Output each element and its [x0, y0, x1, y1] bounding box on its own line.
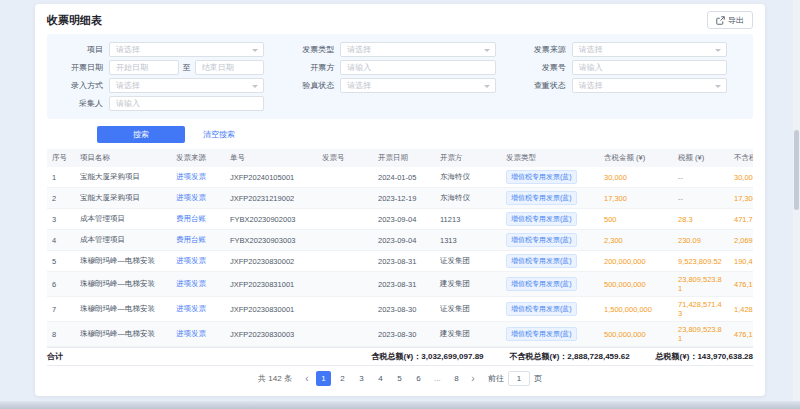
- page-button-6[interactable]: 6: [411, 371, 426, 386]
- invoice-source-link[interactable]: 进项发票: [176, 193, 206, 202]
- verify-status-select[interactable]: 请选择: [340, 78, 495, 93]
- invoice-type-select[interactable]: 请选择: [340, 42, 495, 57]
- invoice-number-cell: [317, 188, 373, 209]
- invoice-type-cell: 增值税专用发票(蓝): [501, 230, 599, 251]
- amount-without-tax-cell: 17,300: [729, 188, 753, 209]
- invoice-source-link[interactable]: 进项发票: [176, 279, 206, 288]
- search-button[interactable]: 搜索: [97, 126, 185, 143]
- end-date-input[interactable]: [195, 60, 265, 75]
- filter-row-3: 录入方式 请选择 验真状态 请选择 查重状态 请选择: [49, 78, 743, 93]
- chevron-down-icon: [484, 49, 490, 52]
- row-index-cell: 1: [47, 167, 75, 188]
- total-without-tax: 不含税总额(¥)：2,888,728,459.62: [510, 351, 630, 362]
- tax-amount-cell: 23,809,523.81: [673, 272, 729, 297]
- start-date-input[interactable]: [109, 60, 179, 75]
- table-row[interactable]: 7 珠穆朗玛峰—电梯安装 进项发票 JXFP20230830001 2023-0…: [47, 297, 753, 322]
- amount-without-tax-cell: 471.7: [729, 209, 753, 230]
- page-button-8[interactable]: 8: [449, 371, 464, 386]
- chevron-down-icon: [252, 49, 258, 52]
- amount-with-tax-cell: 200,000,000: [599, 251, 673, 272]
- goto-suffix: 页: [534, 373, 542, 384]
- invoice-date-label: 开票日期: [49, 62, 103, 73]
- column-header: 发票来源: [171, 149, 225, 167]
- invoice-date-cell: 2023-09-04: [373, 230, 435, 251]
- tax-amount-cell: 71,428,571.43: [673, 297, 729, 322]
- invoice-source-cell: 进项发票: [171, 167, 225, 188]
- column-header: 发票类型: [501, 149, 599, 167]
- scrollbar-thumb[interactable]: [794, 130, 799, 210]
- invoice-source-link[interactable]: 费用台账: [176, 235, 206, 244]
- invoice-type-tag: 增值税专用发票(蓝): [506, 277, 577, 291]
- invoice-number-cell: [317, 272, 373, 297]
- table-row[interactable]: 3 成本管理项目 费用台账 FYBX20230902003 2023-09-04…: [47, 209, 753, 230]
- invoice-source-select[interactable]: 请选择: [572, 42, 727, 57]
- goto-page-input[interactable]: [508, 371, 530, 386]
- invoice-type-tag: 增值税专用发票(蓝): [506, 254, 577, 268]
- invoice-source-link[interactable]: 费用台账: [176, 214, 206, 223]
- amount-with-tax-cell: 17,300: [599, 188, 673, 209]
- invoice-source-link[interactable]: 进项发票: [176, 256, 206, 265]
- amount-with-tax-cell: 2,300: [599, 230, 673, 251]
- table-row[interactable]: 5 珠穆朗玛峰—电梯安装 进项发票 JXFP20230830002 2023-0…: [47, 251, 753, 272]
- collector-label: 采集人: [49, 98, 103, 109]
- issuer-cell: 东海特仪: [435, 167, 501, 188]
- page-button-5[interactable]: 5: [392, 371, 407, 386]
- card-header: 收票明细表 导出: [35, 4, 765, 34]
- row-index-cell: 3: [47, 209, 75, 230]
- project-name-cell: 珠穆朗玛峰—电梯安装: [75, 272, 171, 297]
- entry-method-select[interactable]: 请选择: [109, 78, 264, 93]
- amount-without-tax-cell: 190,476,190.48: [729, 251, 753, 272]
- export-button[interactable]: 导出: [707, 11, 753, 29]
- issuer-cell: 东海特仪: [435, 188, 501, 209]
- issuer-input[interactable]: [340, 60, 495, 75]
- issuer-cell: 1313: [435, 230, 501, 251]
- page-scrollbar[interactable]: [793, 0, 800, 409]
- total-with-tax-value: 3,032,699,097.89: [421, 352, 483, 361]
- total-with-tax-label: 含税总额(¥)：: [371, 352, 421, 361]
- order-number-cell: JXFP20230830003: [225, 322, 317, 347]
- page-ellipsis: ...: [430, 371, 445, 386]
- invoice-source-link[interactable]: 进项发票: [176, 329, 206, 338]
- amount-without-tax-cell: 1,428,571,428.57: [729, 297, 753, 322]
- invoice-number-cell: [317, 251, 373, 272]
- page-button-1[interactable]: 1: [316, 371, 331, 386]
- tax-amount-cell: --: [673, 188, 729, 209]
- amount-without-tax-cell: 2,069.91: [729, 230, 753, 251]
- page-button-3[interactable]: 3: [354, 371, 369, 386]
- tax-amount-cell: 9,523,809.52: [673, 251, 729, 272]
- next-page-button[interactable]: ›: [466, 371, 480, 386]
- invoice-type-tag: 增值税专用发票(蓝): [506, 170, 577, 184]
- issuer-label: 开票方: [280, 62, 334, 73]
- row-index-cell: 4: [47, 230, 75, 251]
- page-button-4[interactable]: 4: [373, 371, 388, 386]
- invoice-source-link[interactable]: 进项发票: [176, 172, 206, 181]
- tax-amount-cell: 23,809,523.81: [673, 322, 729, 347]
- order-number-cell: JXFP20230831001: [225, 272, 317, 297]
- collector-input[interactable]: [109, 96, 264, 111]
- duplicate-status-select[interactable]: 请选择: [572, 78, 727, 93]
- amount-with-tax-cell: 500: [599, 209, 673, 230]
- column-header: 项目名称: [75, 149, 171, 167]
- invoice-source-cell: 费用台账: [171, 230, 225, 251]
- table-row[interactable]: 2 宝能大厦采购项目 进项发票 JXFP20231219002 2023-12-…: [47, 188, 753, 209]
- table-row[interactable]: 6 珠穆朗玛峰—电梯安装 进项发票 JXFP20230831001 2023-0…: [47, 272, 753, 297]
- table-row[interactable]: 8 珠穆朗玛峰—电梯安装 进项发票 JXFP20230830003 2023-0…: [47, 322, 753, 347]
- row-index-cell: 8: [47, 322, 75, 347]
- clear-search-button[interactable]: 清空搜索: [195, 126, 243, 143]
- prev-page-button[interactable]: ‹: [300, 371, 314, 386]
- table-row[interactable]: 1 宝能大厦采购项目 进项发票 JXFP20240105001 2024-01-…: [47, 167, 753, 188]
- project-select[interactable]: 请选择: [109, 42, 264, 57]
- order-number-cell: JXFP20230830001: [225, 297, 317, 322]
- chevron-down-icon: [252, 85, 258, 88]
- invoice-date-cell: 2023-09-04: [373, 209, 435, 230]
- invoice-type-cell: 增值税专用发票(蓝): [501, 322, 599, 347]
- invoice-type-tag: 增值税专用发票(蓝): [506, 327, 577, 341]
- table-row[interactable]: 4 成本管理项目 费用台账 FYBX20230903003 2023-09-04…: [47, 230, 753, 251]
- invoice-no-input[interactable]: [572, 60, 727, 75]
- invoice-source-link[interactable]: 进项发票: [176, 304, 206, 313]
- total-without-tax-value: 2,888,728,459.62: [567, 352, 629, 361]
- invoice-date-cell: 2024-01-05: [373, 167, 435, 188]
- page-button-2[interactable]: 2: [335, 371, 350, 386]
- project-name-cell: 宝能大厦采购项目: [75, 188, 171, 209]
- taskbar-strip: [0, 401, 800, 409]
